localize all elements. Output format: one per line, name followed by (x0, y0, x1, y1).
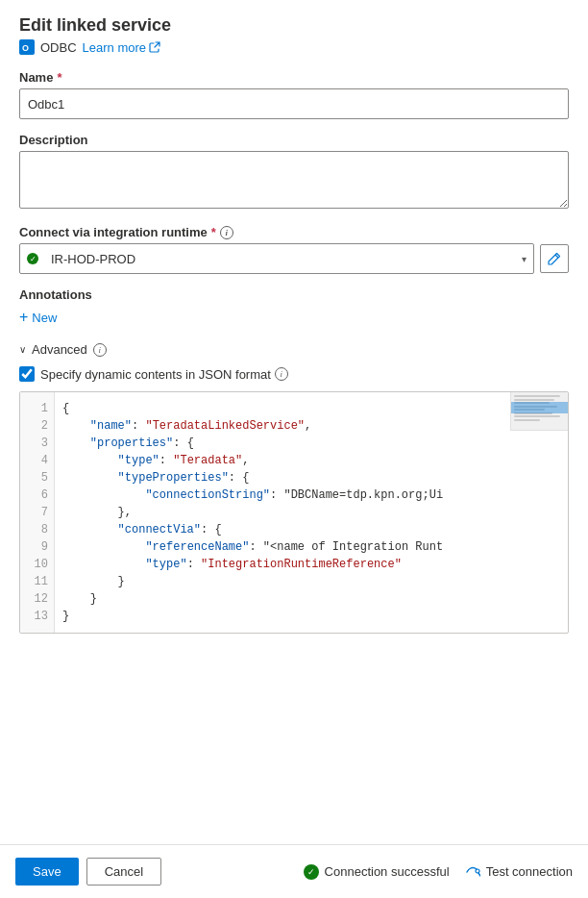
connection-status-text: Connection successful (325, 864, 450, 879)
description-label: Description (19, 133, 569, 147)
green-status-dot (27, 253, 38, 264)
new-annotation-button[interactable]: + New (19, 306, 57, 329)
advanced-label: Advanced (32, 342, 87, 357)
json-format-label[interactable]: Specify dynamic contents in JSON format … (40, 367, 288, 382)
test-connection-button[interactable]: Test connection (465, 864, 573, 880)
required-star-ir: * (211, 225, 216, 239)
footer-right: ✓ Connection successful Test connection (304, 864, 573, 880)
code-editor[interactable]: 12345678910111213 { "name": "TeradataLin… (19, 391, 569, 634)
code-thumbnail (510, 392, 568, 431)
dropdown-container: IR-HOD-PROD ▾ (19, 243, 569, 274)
info-icon-ir[interactable]: i (220, 226, 233, 239)
description-section: Description (19, 133, 569, 212)
connection-success-icon: ✓ (304, 864, 319, 880)
page-container: Edit linked service O ODBC Learn more Na… (0, 0, 588, 898)
code-content: { "name": "TeradataLinkedService", "prop… (55, 392, 568, 633)
learn-more-link[interactable]: Learn more (83, 40, 160, 55)
footer-left: Save Cancel (15, 858, 161, 886)
odbc-icon: O (19, 39, 35, 55)
integration-runtime-section: Connect via integration runtime * i IR-H… (19, 225, 569, 274)
advanced-collapsible-header[interactable]: ∨ Advanced i (19, 342, 569, 357)
cancel-button[interactable]: Cancel (86, 858, 161, 886)
annotations-label: Annotations (19, 287, 569, 302)
learn-more-label: Learn more (83, 40, 146, 55)
chevron-icon: ∨ (19, 344, 26, 355)
line-numbers: 12345678910111213 (20, 392, 55, 633)
annotations-section: Annotations + New (19, 287, 569, 329)
new-button-label: New (32, 311, 57, 325)
json-format-checkbox[interactable] (19, 366, 35, 382)
ir-dropdown-wrapper: IR-HOD-PROD ▾ (19, 243, 534, 274)
page-title: Edit linked service (19, 15, 569, 36)
info-icon-json[interactable]: i (275, 367, 288, 381)
required-star: * (57, 70, 61, 85)
test-connection-label: Test connection (486, 864, 573, 879)
ir-dropdown[interactable]: IR-HOD-PROD (19, 243, 534, 274)
odbc-label: ODBC (40, 40, 77, 55)
connection-status: ✓ Connection successful (304, 864, 450, 880)
name-section: Name * (19, 70, 569, 119)
save-button[interactable]: Save (15, 858, 79, 886)
subtitle-row: O ODBC Learn more (19, 39, 569, 55)
plus-icon: + (19, 310, 28, 325)
name-input[interactable] (19, 88, 569, 119)
footer-bar: Save Cancel ✓ Connection successful Test… (0, 844, 588, 898)
svg-text:O: O (22, 43, 29, 53)
name-label: Name * (19, 70, 569, 85)
description-input[interactable] (19, 151, 569, 209)
advanced-section: ∨ Advanced i Specify dynamic contents in… (19, 342, 569, 634)
external-link-icon (149, 41, 160, 53)
main-content: Edit linked service O ODBC Learn more Na… (0, 0, 588, 844)
test-connection-icon (465, 864, 480, 880)
info-icon-advanced[interactable]: i (93, 343, 107, 357)
code-editor-inner: 12345678910111213 { "name": "TeradataLin… (20, 392, 568, 633)
pencil-icon (548, 252, 561, 265)
checkbox-row: Specify dynamic contents in JSON format … (19, 366, 569, 382)
edit-ir-button[interactable] (540, 244, 569, 273)
integration-runtime-label: Connect via integration runtime * i (19, 225, 569, 239)
